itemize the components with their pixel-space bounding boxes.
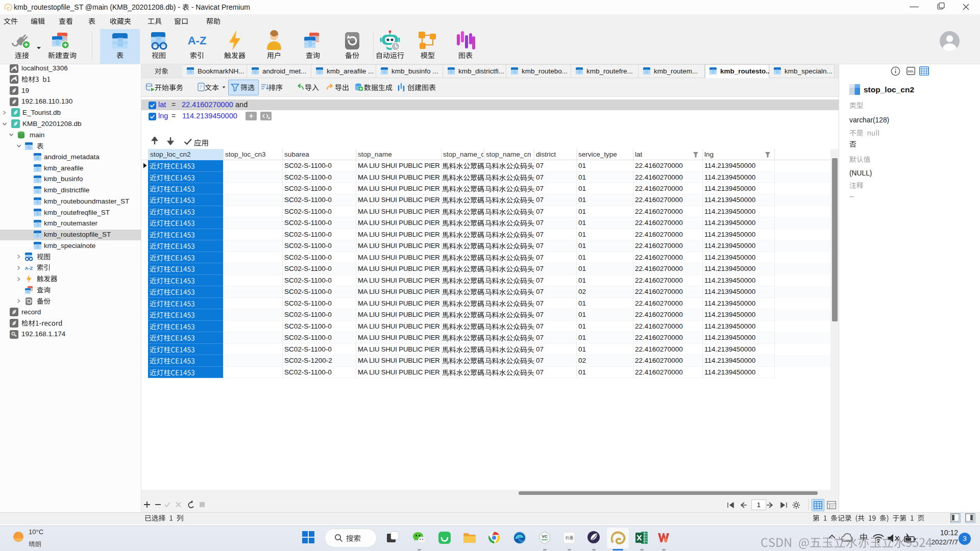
svg-text:A-Z: A-Z xyxy=(188,34,207,47)
svg-text:A-Z: A-Z xyxy=(25,265,33,271)
svg-text:DDL: DDL xyxy=(908,70,914,73)
svg-text:VC: VC xyxy=(542,534,547,539)
